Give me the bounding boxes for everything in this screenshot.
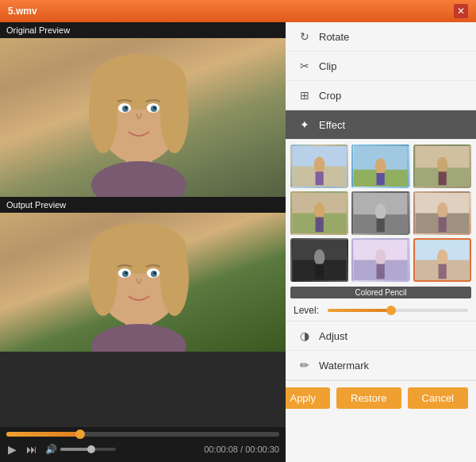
svg-point-34 (437, 157, 448, 173)
original-preview-label: Original Preview (0, 22, 286, 38)
svg-rect-51 (316, 264, 324, 279)
menu-item-clip[interactable]: ✂ Clip (286, 52, 476, 81)
skip-button[interactable]: ⏭ (25, 441, 39, 457)
menu-item-crop[interactable]: ⊞ Crop (286, 81, 476, 110)
svg-rect-31 (377, 173, 385, 185)
svg-point-42 (375, 204, 386, 220)
time-separator: / (238, 445, 245, 454)
progress-bar[interactable] (6, 432, 279, 437)
clip-icon: ✂ (298, 60, 311, 72)
effect-label: Effect (319, 119, 345, 131)
effect-grid (286, 140, 476, 287)
effect-thumb-1[interactable] (290, 144, 348, 188)
svg-point-17 (91, 324, 186, 352)
level-thumb (386, 306, 396, 315)
controls-bar: ▶ ⏭ 🔊 00:00:08 / 00:00:30 (0, 427, 286, 462)
svg-point-58 (437, 249, 448, 265)
left-panel: Original Preview (0, 22, 286, 462)
restore-button[interactable]: Restore (336, 387, 401, 409)
time-current: 00:00:08 (204, 445, 238, 454)
title-bar: 5.wmv ✕ (0, 0, 476, 22)
level-fill (328, 309, 391, 312)
menu-item-adjust[interactable]: ◑ Adjust (286, 321, 476, 351)
effect-thumb-6[interactable] (413, 191, 471, 235)
time-display: 00:00:08 / 00:00:30 (204, 445, 279, 454)
svg-point-50 (314, 249, 325, 265)
main-container: Original Preview (0, 22, 476, 462)
effect-thumb-4[interactable] (290, 191, 348, 235)
menu-item-watermark[interactable]: ✏ Watermark (286, 351, 476, 380)
rotate-icon: ↻ (298, 30, 311, 43)
svg-point-23 (153, 271, 156, 275)
apply-button[interactable]: Apply (286, 387, 330, 409)
watermark-label: Watermark (319, 360, 369, 372)
effect-thumb-7[interactable] (290, 238, 348, 282)
effect-thumb-3[interactable] (413, 144, 471, 188)
svg-rect-47 (438, 218, 446, 233)
time-total: 00:00:30 (245, 445, 279, 454)
volume-slider[interactable] (60, 448, 116, 451)
svg-point-30 (375, 158, 386, 174)
level-row: Level: (286, 300, 476, 321)
effect-thumb-8[interactable] (351, 238, 409, 282)
window-title: 5.wmv (8, 6, 37, 17)
svg-rect-35 (438, 171, 446, 185)
svg-point-46 (437, 202, 448, 218)
svg-rect-39 (316, 218, 324, 233)
action-buttons: Apply Restore Cancel (286, 380, 476, 415)
menu-item-rotate[interactable]: ↻ Rotate (286, 22, 476, 52)
effect-thumb-2[interactable] (351, 144, 409, 188)
crop-label: Crop (319, 90, 341, 102)
volume-thumb (87, 445, 95, 453)
svg-rect-55 (377, 264, 385, 279)
svg-point-3 (160, 74, 189, 153)
svg-point-11 (153, 106, 156, 110)
right-panel: ↻ Rotate ✂ Clip ⊞ Crop ✦ Effect (286, 22, 476, 462)
close-button[interactable]: ✕ (454, 4, 468, 18)
bottom-menu: ◑ Adjust ✏ Watermark (286, 321, 476, 380)
rotate-label: Rotate (319, 31, 349, 43)
output-preview-label: Output Preview (0, 197, 286, 213)
svg-point-10 (125, 106, 128, 110)
svg-point-22 (125, 271, 128, 275)
svg-point-54 (375, 249, 386, 265)
play-button[interactable]: ▶ (6, 441, 18, 457)
preview-section: Original Preview (0, 22, 286, 427)
level-slider[interactable] (328, 309, 468, 312)
progress-fill (6, 432, 80, 437)
svg-point-26 (314, 157, 325, 173)
controls-row: ▶ ⏭ 🔊 00:00:08 / 00:00:30 (6, 441, 279, 457)
volume-container: 🔊 (45, 444, 116, 455)
effect-thumb-9-selected[interactable] (413, 238, 471, 282)
cancel-button[interactable]: Cancel (408, 387, 468, 409)
svg-point-15 (160, 240, 189, 316)
crop-icon: ⊞ (298, 89, 311, 102)
effect-thumb-5[interactable] (351, 191, 409, 235)
progress-thumb (75, 429, 85, 439)
output-preview-video (0, 213, 286, 352)
volume-icon: 🔊 (45, 444, 57, 455)
effect-icon: ✦ (298, 118, 311, 131)
adjust-label: Adjust (319, 330, 347, 342)
svg-point-5 (91, 161, 186, 197)
svg-rect-59 (438, 264, 446, 279)
svg-point-38 (314, 202, 325, 218)
watermark-icon: ✏ (298, 359, 311, 372)
svg-rect-43 (377, 218, 385, 232)
svg-rect-27 (316, 171, 324, 185)
clip-label: Clip (319, 60, 336, 72)
effect-tooltip: Colored Pencil (290, 287, 471, 298)
menu-item-effect[interactable]: ✦ Effect (286, 110, 476, 140)
svg-point-14 (89, 240, 117, 316)
original-preview-video (0, 38, 286, 197)
adjust-icon: ◑ (298, 329, 311, 342)
svg-point-2 (89, 74, 117, 153)
level-label: Level: (294, 305, 321, 316)
volume-fill (60, 448, 91, 451)
